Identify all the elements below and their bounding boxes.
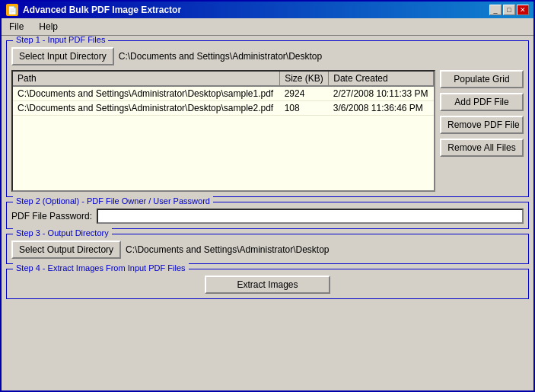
step1-group: Step 1 - Input PDF Files Select Input Di… bbox=[6, 40, 529, 197]
select-output-directory-button[interactable]: Select Output Directory bbox=[11, 241, 121, 259]
step3-group: Step 3 - Output Directory Select Output … bbox=[6, 234, 529, 264]
cell-date: 2/27/2008 10:11:33 PM bbox=[329, 86, 434, 101]
remove-pdf-button[interactable]: Remove PDF File bbox=[440, 116, 524, 134]
cell-path: C:\Documents and Settings\Administrator\… bbox=[13, 101, 280, 116]
input-path-display: C:\Documents and Settings\Administrator\… bbox=[119, 51, 524, 62]
step3-row: Select Output Directory C:\Documents and… bbox=[11, 241, 524, 259]
step2-label: Step 2 (Optional) - PDF File Owner / Use… bbox=[13, 196, 213, 206]
main-content: Step 1 - Input PDF Files Select Input Di… bbox=[2, 36, 533, 390]
output-path-display: C:\Documents and Settings\Administrator\… bbox=[126, 244, 524, 255]
grid-buttons: Populate Grid Add PDF File Remove PDF Fi… bbox=[440, 70, 524, 192]
cell-size: 108 bbox=[280, 101, 329, 116]
title-buttons: _ □ ✕ bbox=[489, 5, 529, 15]
cell-date: 3/6/2008 11:36:46 PM bbox=[329, 101, 434, 116]
table-row[interactable]: C:\Documents and Settings\Administrator\… bbox=[13, 101, 434, 116]
app-icon: 📄 bbox=[6, 4, 18, 16]
grid-area: Path Size (KB) Date Created C:\Documents… bbox=[11, 70, 524, 192]
step1-label: Step 1 - Input PDF Files bbox=[13, 36, 108, 44]
cell-size: 2924 bbox=[280, 86, 329, 101]
table-row[interactable]: C:\Documents and Settings\Administrator\… bbox=[13, 86, 434, 101]
cell-path: C:\Documents and Settings\Administrator\… bbox=[13, 86, 280, 101]
step4-group: Step 4 - Extract Images From Input PDF F… bbox=[6, 269, 529, 299]
pdf-password-input[interactable] bbox=[97, 209, 524, 224]
remove-all-files-button[interactable]: Remove All Files bbox=[440, 139, 524, 157]
step4-label: Step 4 - Extract Images From Input PDF F… bbox=[13, 263, 189, 272]
file-table-container[interactable]: Path Size (KB) Date Created C:\Documents… bbox=[11, 70, 435, 192]
populate-grid-button[interactable]: Populate Grid bbox=[440, 70, 524, 88]
window-title: Advanced Bulk PDF Image Extractor bbox=[23, 5, 181, 15]
title-bar-left: 📄 Advanced Bulk PDF Image Extractor bbox=[6, 4, 181, 16]
main-window: 📄 Advanced Bulk PDF Image Extractor _ □ … bbox=[0, 0, 535, 392]
menu-file[interactable]: File bbox=[5, 20, 28, 33]
menu-bar: File Help bbox=[2, 18, 533, 36]
col-date: Date Created bbox=[329, 72, 434, 86]
step2-group: Step 2 (Optional) - PDF File Owner / Use… bbox=[6, 202, 529, 229]
add-pdf-button[interactable]: Add PDF File bbox=[440, 93, 524, 111]
minimize-button[interactable]: _ bbox=[489, 5, 502, 15]
title-bar: 📄 Advanced Bulk PDF Image Extractor _ □ … bbox=[2, 2, 533, 18]
step3-label: Step 3 - Output Directory bbox=[13, 228, 112, 237]
file-table: Path Size (KB) Date Created C:\Documents… bbox=[13, 72, 434, 116]
step4-row: Extract Images bbox=[11, 276, 524, 294]
col-path: Path bbox=[13, 72, 280, 86]
password-label: PDF File Password: bbox=[11, 211, 92, 221]
menu-help[interactable]: Help bbox=[34, 20, 62, 33]
col-size: Size (KB) bbox=[280, 72, 329, 86]
step2-row: PDF File Password: bbox=[11, 209, 524, 224]
maximize-button[interactable]: □ bbox=[503, 5, 515, 15]
select-input-directory-button[interactable]: Select Input Directory bbox=[11, 47, 114, 65]
extract-images-button[interactable]: Extract Images bbox=[205, 276, 330, 294]
close-button[interactable]: ✕ bbox=[517, 5, 529, 15]
step1-row: Select Input Directory C:\Documents and … bbox=[11, 47, 524, 65]
